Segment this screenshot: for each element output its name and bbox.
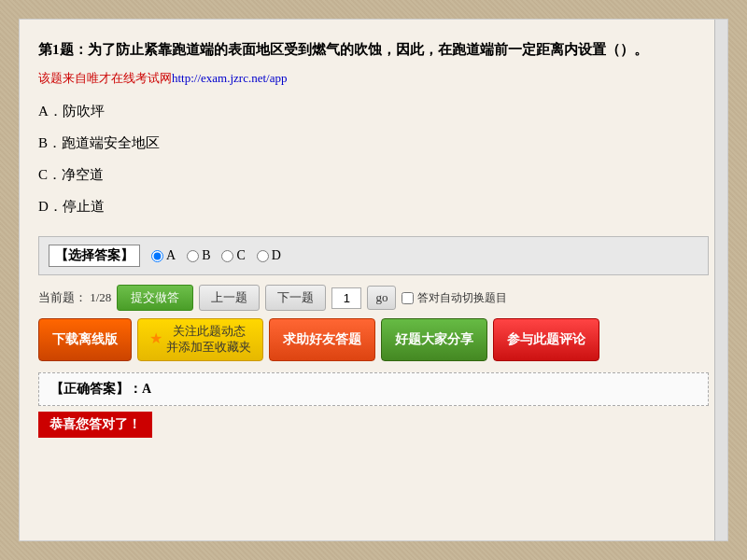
- option-b-text: 跑道端安全地区: [62, 135, 160, 150]
- radio-c[interactable]: C: [221, 248, 245, 263]
- option-a: A．防吹坪: [38, 100, 709, 122]
- radio-label-d: D: [272, 248, 281, 263]
- options-list: A．防吹坪 B．跑道端安全地区 C．净空道 D．停止道: [38, 100, 709, 217]
- option-d: D．停止道: [38, 195, 709, 217]
- radio-b[interactable]: B: [187, 248, 210, 263]
- correct-answer-section: 【正确答案】：A: [38, 372, 709, 406]
- question-title: 第1题：为了防止紧靠跑道端的表面地区受到燃气的吹蚀，因此，在跑道端前一定距离内设…: [38, 38, 709, 61]
- radio-input-c[interactable]: [221, 250, 233, 262]
- radio-input-a[interactable]: [151, 250, 163, 262]
- radio-a[interactable]: A: [151, 248, 176, 263]
- option-b-label: B．: [38, 135, 62, 150]
- option-a-label: A．: [38, 104, 63, 119]
- controls-row: 当前题： 1/28 提交做答 上一题 下一题 go 答对自动切换题目: [38, 285, 709, 311]
- option-d-text: 停止道: [63, 199, 105, 214]
- source-prefix: 该题来自唯才在线考试网: [38, 71, 172, 85]
- star-line1: 关注此题动态: [173, 324, 246, 338]
- auto-switch-container: 答对自动切换题目: [402, 290, 507, 306]
- auto-switch-checkbox[interactable]: [402, 292, 414, 304]
- star-line2: 并添加至收藏夹: [166, 340, 251, 354]
- radio-group: A B C D: [151, 248, 281, 263]
- option-a-text: 防吹坪: [63, 104, 105, 119]
- comment-button[interactable]: 参与此题评论: [493, 318, 599, 361]
- star-button[interactable]: ★ 关注此题动态 并添加至收藏夹: [137, 318, 263, 361]
- star-button-text: 关注此题动态 并添加至收藏夹: [166, 324, 251, 356]
- radio-d[interactable]: D: [257, 248, 281, 263]
- source-link[interactable]: http://exam.jzrc.net/app: [172, 71, 287, 85]
- answer-section: 【选择答案】 A B C D: [38, 236, 709, 275]
- share-button[interactable]: 好题大家分享: [381, 318, 487, 361]
- current-label: 当前题：: [38, 290, 87, 304]
- option-b: B．跑道端安全地区: [38, 132, 709, 154]
- radio-label-c: C: [236, 248, 245, 263]
- action-buttons: 下载离线版 ★ 关注此题动态 并添加至收藏夹 求助好友答题 好题大家分享 参与此…: [38, 318, 709, 361]
- option-c-label: C．: [38, 167, 62, 182]
- radio-label-b: B: [202, 248, 210, 263]
- congrats-text: 恭喜您答对了！: [38, 412, 152, 438]
- radio-label-a: A: [166, 248, 176, 263]
- option-c-text: 净空道: [62, 167, 104, 182]
- current-question-label: 当前题： 1/28: [38, 289, 111, 306]
- scrollbar[interactable]: [714, 20, 727, 540]
- go-button[interactable]: go: [367, 286, 396, 310]
- download-button[interactable]: 下载离线版: [38, 318, 132, 361]
- congrats-container: 恭喜您答对了！: [38, 412, 709, 438]
- answer-section-label: 【选择答案】: [49, 245, 140, 267]
- radio-input-d[interactable]: [257, 250, 269, 262]
- next-button[interactable]: 下一题: [265, 285, 326, 311]
- option-c: C．净空道: [38, 163, 709, 186]
- page-input[interactable]: [331, 287, 361, 309]
- correct-answer-label: 【正确答案】：A: [50, 382, 151, 396]
- current-value: 1/28: [90, 290, 111, 304]
- radio-input-b[interactable]: [187, 250, 199, 262]
- prev-button[interactable]: 上一题: [199, 285, 260, 311]
- main-container: 第1题：为了防止紧靠跑道端的表面地区受到燃气的吹蚀，因此，在跑道端前一定距离内设…: [19, 19, 728, 541]
- auto-switch-label: 答对自动切换题目: [417, 290, 507, 306]
- question-number: 第1题: [38, 42, 74, 57]
- help-button[interactable]: 求助好友答题: [269, 318, 375, 361]
- star-icon: ★: [149, 329, 162, 349]
- source-line: 该题来自唯才在线考试网http://exam.jzrc.net/app: [38, 70, 709, 87]
- option-d-label: D．: [38, 199, 63, 214]
- submit-button[interactable]: 提交做答: [117, 285, 193, 311]
- question-text: 为了防止紧靠跑道端的表面地区受到燃气的吹蚀，因此，在跑道端前一定距离内设置（）。: [88, 42, 648, 57]
